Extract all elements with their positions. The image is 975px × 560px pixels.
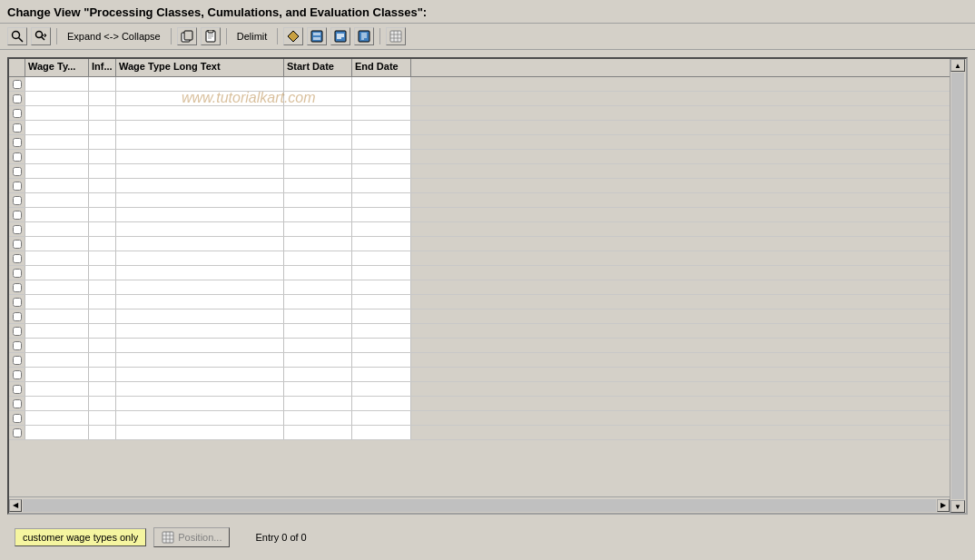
table-cell[interactable] (25, 179, 89, 192)
table-cell[interactable] (352, 426, 411, 439)
copy-button[interactable] (177, 27, 197, 45)
table-cell[interactable] (116, 251, 284, 265)
table-row[interactable] (9, 397, 950, 411)
table-cell[interactable] (284, 121, 352, 134)
table-cell[interactable] (284, 397, 352, 410)
table-cell[interactable] (25, 237, 89, 251)
row-checkbox[interactable] (13, 269, 22, 278)
table-cell[interactable] (116, 164, 284, 178)
row-checkbox[interactable] (13, 211, 22, 220)
table-cell[interactable] (352, 397, 411, 410)
table-row[interactable] (9, 426, 950, 440)
table-cell[interactable] (89, 426, 116, 439)
table-row[interactable] (9, 208, 950, 222)
table-cell[interactable] (116, 295, 284, 309)
table-cell[interactable] (284, 193, 352, 207)
table-cell[interactable] (89, 353, 116, 367)
table-cell[interactable] (116, 222, 284, 236)
row-checkbox[interactable] (13, 123, 22, 133)
table-cell[interactable] (89, 382, 116, 396)
row-checkbox[interactable] (13, 240, 22, 249)
table-row[interactable] (9, 309, 950, 324)
table-row[interactable] (9, 295, 950, 309)
table-cell[interactable] (116, 309, 284, 323)
table-row[interactable] (9, 339, 950, 353)
row-checkbox[interactable] (13, 312, 22, 321)
row-checkbox[interactable] (13, 254, 22, 263)
table-cell[interactable] (116, 135, 284, 149)
row-selector[interactable] (9, 150, 25, 163)
table-cell[interactable] (25, 77, 89, 91)
table-cell[interactable] (89, 251, 116, 265)
scroll-left-button[interactable]: ◀ (9, 499, 22, 512)
table-cell[interactable] (284, 150, 352, 163)
table-cell[interactable] (116, 382, 284, 396)
table-cell[interactable] (284, 222, 352, 236)
table-cell[interactable] (89, 237, 116, 251)
row-selector[interactable] (9, 193, 25, 207)
row-selector[interactable] (9, 368, 25, 381)
row-checkbox[interactable] (13, 298, 22, 307)
row-checkbox[interactable] (13, 109, 22, 118)
table-cell[interactable] (284, 251, 352, 265)
table-row[interactable] (9, 266, 950, 280)
table-row[interactable] (9, 121, 950, 135)
table-cell[interactable] (352, 295, 411, 309)
table-cell[interactable] (116, 92, 284, 105)
row-selector[interactable] (9, 266, 25, 280)
table-cell[interactable] (89, 339, 116, 352)
delimit-button[interactable]: Delimit (232, 29, 272, 44)
table-cell[interactable] (352, 150, 411, 163)
table-row[interactable] (9, 164, 950, 179)
row-selector[interactable] (9, 77, 25, 91)
table-cell[interactable] (352, 382, 411, 396)
table-row[interactable] (9, 106, 950, 121)
row-selector[interactable] (9, 382, 25, 396)
table-cell[interactable] (25, 368, 89, 381)
table-cell[interactable] (284, 164, 352, 178)
row-checkbox[interactable] (13, 385, 22, 394)
row-selector[interactable] (9, 135, 25, 149)
table-cell[interactable] (284, 237, 352, 251)
table-cell[interactable] (284, 368, 352, 381)
row-checkbox[interactable] (13, 80, 22, 89)
table-row[interactable] (9, 92, 950, 106)
table-row[interactable] (9, 150, 950, 164)
table-row[interactable] (9, 411, 950, 426)
find-button[interactable] (7, 27, 27, 45)
table-cell[interactable] (25, 353, 89, 367)
table-row[interactable] (9, 251, 950, 266)
row-selector[interactable] (9, 106, 25, 120)
table-row[interactable] (9, 77, 950, 92)
table-cell[interactable] (352, 411, 411, 425)
table-cell[interactable] (116, 411, 284, 425)
row-checkbox[interactable] (13, 341, 22, 350)
table-row[interactable] (9, 280, 950, 295)
table-cell[interactable] (116, 77, 284, 91)
position-button[interactable]: Position... (153, 527, 230, 547)
table-cell[interactable] (352, 251, 411, 265)
table-cell[interactable] (25, 280, 89, 294)
table-cell[interactable] (25, 266, 89, 280)
table-cell[interactable] (352, 193, 411, 207)
table-cell[interactable] (352, 237, 411, 251)
row-selector[interactable] (9, 208, 25, 221)
table-cell[interactable] (116, 208, 284, 221)
table-cell[interactable] (352, 106, 411, 120)
table-cell[interactable] (25, 222, 89, 236)
row-selector[interactable] (9, 92, 25, 105)
icon-button-4[interactable] (354, 27, 374, 45)
row-checkbox[interactable] (13, 167, 22, 176)
horizontal-scrollbar[interactable]: ◀ ▶ (9, 496, 950, 513)
row-selector[interactable] (9, 353, 25, 367)
table-cell[interactable] (89, 309, 116, 323)
table-cell[interactable] (89, 324, 116, 338)
table-cell[interactable] (284, 106, 352, 120)
table-cell[interactable] (352, 222, 411, 236)
table-cell[interactable] (89, 193, 116, 207)
table-cell[interactable] (284, 179, 352, 192)
table-cell[interactable] (116, 368, 284, 381)
icon-button-2[interactable] (307, 27, 327, 45)
row-selector[interactable] (9, 295, 25, 309)
table-cell[interactable] (116, 280, 284, 294)
